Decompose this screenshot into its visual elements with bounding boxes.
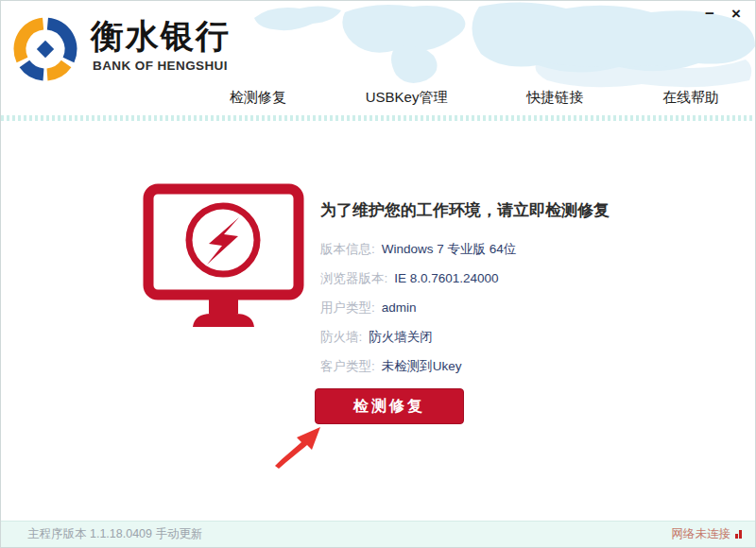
window-controls: − × — [698, 3, 747, 26]
app-window: 衡水银行 BANK OF HENGSHUI − × 检测修复 USBKey管理 … — [0, 0, 756, 548]
bank-name: 衡水银行 — [91, 18, 231, 55]
info-row-user-type: 用户类型: admin — [320, 293, 727, 322]
world-map-watermark — [254, 1, 755, 95]
main-content: 为了维护您的工作环境，请立即检测修复 版本信息: Windows 7 专业版 6… — [1, 121, 755, 521]
minimize-button[interactable]: − — [698, 3, 721, 26]
info-row-os-version: 版本信息: Windows 7 专业版 64位 — [320, 234, 727, 264]
info-value: admin — [382, 300, 417, 315]
bank-logo-icon — [10, 16, 80, 82]
network-signal-icon — [735, 530, 742, 539]
info-value: 防火墙关闭 — [369, 329, 433, 346]
close-button[interactable]: × — [725, 3, 747, 26]
page-title: 为了维护您的工作环境，请立即检测修复 — [320, 199, 727, 221]
repair-button[interactable]: 检测修复 — [315, 388, 464, 424]
main-nav: 检测修复 USBKey管理 快捷链接 在线帮助 — [230, 86, 719, 109]
bank-name-english: BANK OF HENGSHUI — [93, 59, 228, 73]
pointer-arrow-icon — [271, 421, 326, 469]
info-row-client-type: 客户类型: 未检测到Ukey — [320, 351, 727, 381]
info-label: 防火墙: — [320, 329, 362, 346]
network-status-text: 网络未连接 — [672, 526, 731, 542]
network-status[interactable]: 网络未连接 — [672, 526, 743, 542]
info-label: 浏览器版本: — [320, 270, 387, 287]
monitor-lightning-icon — [141, 183, 306, 333]
nav-item-usbkey[interactable]: USBKey管理 — [366, 89, 448, 107]
info-row-firewall: 防火墙: 防火墙关闭 — [320, 322, 727, 351]
info-value: Windows 7 专业版 64位 — [382, 241, 517, 258]
info-label: 客户类型: — [320, 358, 375, 375]
info-value: 未检测到Ukey — [382, 358, 462, 375]
info-label: 用户类型: — [320, 300, 375, 317]
header: 衡水银行 BANK OF HENGSHUI − × 检测修复 USBKey管理 … — [1, 1, 755, 115]
nav-item-repair[interactable]: 检测修复 — [230, 89, 286, 107]
info-label: 版本信息: — [320, 241, 375, 258]
status-bar: 主程序版本 1.1.18.0409 手动更新 网络未连接 — [1, 521, 755, 547]
version-status-text: 主程序版本 1.1.18.0409 手动更新 — [27, 526, 202, 542]
info-value: IE 8.0.7601.24000 — [394, 271, 498, 285]
diagnostic-info: 为了维护您的工作环境，请立即检测修复 版本信息: Windows 7 专业版 6… — [320, 199, 727, 381]
nav-item-online-help[interactable]: 在线帮助 — [662, 89, 719, 107]
nav-item-quick-links[interactable]: 快捷链接 — [526, 89, 583, 107]
info-row-browser-version: 浏览器版本: IE 8.0.7601.24000 — [320, 264, 727, 293]
